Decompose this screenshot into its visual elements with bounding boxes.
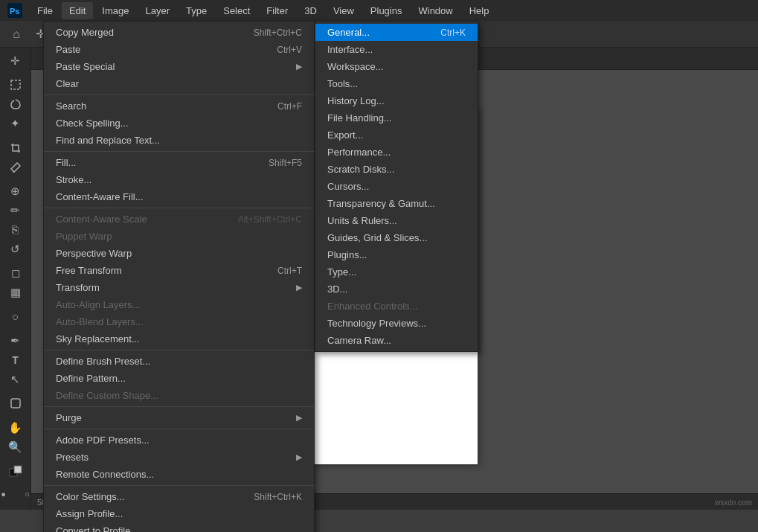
menu-stroke[interactable]: Stroke... (44, 171, 314, 188)
menu-transform[interactable]: Transform ▶ (44, 279, 314, 296)
tool-history-brush[interactable]: ↺ (4, 240, 27, 258)
watermark: wsxdn.com (715, 499, 752, 507)
tool-dodge[interactable]: ○ (4, 308, 27, 326)
pref-enhanced: Enhanced Controls... (315, 298, 478, 315)
menu-puppet-warp: Puppet Warp (44, 228, 314, 245)
svg-text:Ps: Ps (10, 7, 19, 16)
menu-purge[interactable]: Purge ▶ (44, 409, 314, 426)
menu-define-pattern[interactable]: Define Pattern... (44, 370, 314, 387)
menu-clear[interactable]: Clear (44, 75, 314, 92)
svg-rect-23 (14, 466, 22, 473)
menu-auto-blend: Auto-Blend Layers... (44, 313, 314, 330)
tool-marquee[interactable] (4, 77, 27, 94)
menu-assign-profile[interactable]: Assign Profile... (44, 505, 314, 522)
sep-4 (44, 350, 314, 350)
menubar-plugins[interactable]: Plugins (363, 2, 410, 19)
menu-pdf-presets[interactable]: Adobe PDF Presets... (44, 432, 314, 449)
menu-define-shape: Define Custom Shape... (44, 387, 314, 404)
menubar-edit[interactable]: Edit (62, 2, 93, 19)
pref-workspace[interactable]: Workspace... (315, 58, 478, 75)
menubar-layer[interactable]: Layer (138, 2, 178, 19)
tool-eraser[interactable]: ◻ (4, 264, 27, 282)
pref-guides[interactable]: Guides, Grid & Slices... (315, 229, 478, 246)
tool-fg-color[interactable] (4, 462, 27, 480)
pref-performance[interactable]: Performance... (315, 144, 478, 161)
menubar-select[interactable]: Select (216, 2, 257, 19)
pref-file-handling[interactable]: File Handling... (315, 109, 478, 126)
menubar-3d[interactable]: 3D (297, 2, 324, 19)
preferences-submenu: General... Ctrl+K Interface... Workspace… (315, 21, 478, 352)
menu-content-aware-fill[interactable]: Content-Aware Fill... (44, 188, 314, 205)
tool-gradient[interactable]: ▦ (4, 283, 27, 301)
sep-7 (44, 485, 314, 486)
ps-logo: Ps (6, 1, 24, 19)
pref-general[interactable]: General... Ctrl+K (315, 24, 478, 41)
menu-color-settings[interactable]: Color Settings... Shift+Ctrl+K (44, 488, 314, 505)
pref-cursors[interactable]: Cursors... (315, 178, 478, 195)
tool-bottom-left[interactable]: ● (0, 483, 15, 505)
pref-tools[interactable]: Tools... (315, 75, 478, 92)
menu-perspective-warp[interactable]: Perspective Warp (44, 245, 314, 262)
pref-interface[interactable]: Interface... (315, 41, 478, 58)
tool-move[interactable]: ✛ (4, 52, 27, 70)
sep-3 (44, 208, 314, 208)
menu-copy-merged[interactable]: Copy Merged Shift+Ctrl+C (44, 24, 314, 41)
menubar-window[interactable]: Window (411, 2, 460, 19)
svg-rect-19 (11, 80, 20, 89)
sep-2 (44, 151, 314, 152)
tool-quick-select[interactable]: ✦ (4, 115, 27, 132)
menu-convert-profile[interactable]: Convert to Profile... (44, 522, 314, 532)
menubar-type[interactable]: Type (179, 2, 214, 19)
pref-units[interactable]: Units & Rulers... (315, 212, 478, 229)
toolbar-home-btn[interactable]: ⌂ (6, 24, 27, 45)
pref-plugins[interactable]: Plugins... (315, 246, 478, 263)
left-sidebar: ✛ ✦ ⊕ ✏ ⎘ ↺ ◻ ▦ ○ ✒ T ↖ ✋ (0, 48, 31, 510)
pref-type[interactable]: Type... (315, 263, 478, 281)
pref-export[interactable]: Export... (315, 126, 478, 144)
menu-content-aware-scale: Content-Aware Scale Alt+Shift+Ctrl+C (44, 211, 314, 228)
tool-pen[interactable]: ✒ (4, 332, 27, 350)
menu-paste-special[interactable]: Paste Special ▶ (44, 58, 314, 75)
menubar-filter[interactable]: Filter (259, 2, 295, 19)
tool-crop[interactable] (4, 139, 27, 157)
tool-path-select[interactable]: ↖ (4, 371, 27, 388)
menu-define-brush[interactable]: Define Brush Preset... (44, 353, 314, 370)
tool-hand[interactable]: ✋ (4, 419, 27, 437)
menu-find-replace[interactable]: Find and Replace Text... (44, 132, 314, 149)
menu-paste[interactable]: Paste Ctrl+V (44, 41, 314, 58)
pref-tech-previews[interactable]: Technology Previews... (315, 315, 478, 332)
edit-menu-dropdown: Copy Merged Shift+Ctrl+C Paste Ctrl+V Pa… (43, 21, 315, 532)
tool-brush[interactable]: ✏ (4, 202, 27, 219)
menu-auto-align: Auto-Align Layers... (44, 296, 314, 313)
pref-history[interactable]: History Log... (315, 92, 478, 109)
sep-6 (44, 429, 314, 429)
menu-check-spelling[interactable]: Check Spelling... (44, 115, 314, 132)
menu-presets[interactable]: Presets ▶ (44, 449, 314, 466)
pref-transparency[interactable]: Transparency & Gamut... (315, 195, 478, 212)
menu-fill[interactable]: Fill... Shift+F5 (44, 154, 314, 171)
menu-free-transform[interactable]: Free Transform Ctrl+T (44, 262, 314, 279)
tool-zoom[interactable]: 🔍 (4, 438, 27, 456)
pref-camera-raw[interactable]: Camera Raw... (315, 332, 478, 349)
menu-bar: Ps File Edit Image Layer Type Select Fil… (0, 0, 758, 21)
tool-eyedropper[interactable] (4, 158, 27, 176)
menu-search[interactable]: Search Ctrl+F (44, 97, 314, 115)
svg-rect-21 (11, 399, 20, 408)
sep-1 (44, 94, 314, 95)
menu-sky-replacement[interactable]: Sky Replacement... (44, 330, 314, 347)
menu-remote-connections[interactable]: Remote Connections... (44, 466, 314, 483)
tool-type[interactable]: T (4, 351, 27, 369)
sep-5 (44, 406, 314, 407)
pref-3d[interactable]: 3D... (315, 281, 478, 298)
tool-lasso[interactable] (4, 95, 27, 113)
pref-scratch-disks[interactable]: Scratch Disks... (315, 161, 478, 178)
tool-healing[interactable]: ⊕ (4, 182, 27, 200)
menubar-help[interactable]: Help (462, 2, 497, 19)
tool-bottom-right[interactable]: ○ (16, 483, 39, 505)
menubar-file[interactable]: File (30, 2, 60, 19)
tool-shapes[interactable] (4, 394, 27, 412)
menubar-view[interactable]: View (326, 2, 362, 19)
menubar-image[interactable]: Image (94, 2, 136, 19)
tool-stamp[interactable]: ⎘ (4, 221, 27, 239)
